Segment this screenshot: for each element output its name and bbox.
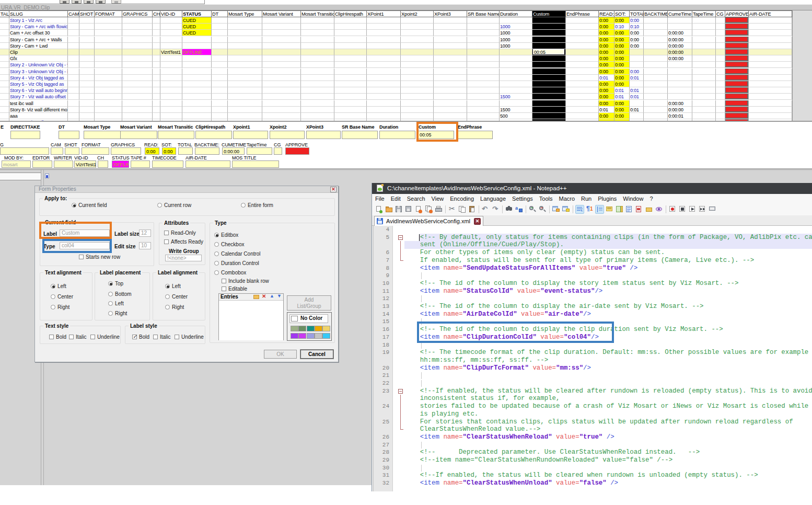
column-header-backtime[interactable]: BACKTIME [644, 10, 668, 17]
copy-icon[interactable] [458, 205, 467, 214]
cell-read[interactable]: 0:00 [599, 17, 614, 24]
cell-cliphires[interactable] [334, 43, 367, 49]
radio-label-align-left[interactable]: Left [165, 283, 181, 289]
entries-move-up-icon[interactable]: ▲ [270, 293, 274, 299]
menu-macro[interactable]: Macro [555, 194, 578, 202]
cell-tal[interactable] [0, 62, 9, 68]
cell-vid[interactable] [160, 87, 182, 94]
cell-read[interactable]: 0:01 [599, 75, 614, 81]
column-header-format[interactable]: FORMAT [95, 10, 122, 17]
cell-xp1[interactable] [367, 43, 401, 49]
cell-cam[interactable] [68, 68, 79, 75]
cell-mtransition[interactable] [301, 113, 334, 119]
cell-read[interactable]: 0:00 [599, 30, 614, 36]
cell-tal[interactable] [0, 107, 9, 113]
radio-text-align-center[interactable]: Center [51, 294, 73, 300]
cell-tot[interactable]: 0:01 [630, 87, 644, 94]
cell-custom[interactable] [532, 68, 566, 75]
cell-xp3[interactable] [434, 100, 467, 107]
cell-endphrase[interactable] [566, 81, 599, 87]
editor-line[interactable]: inconsistent status if, for example, [372, 395, 812, 403]
cell-vid[interactable] [160, 100, 182, 107]
cell-custom[interactable]: 00:05 [532, 49, 566, 55]
cell-sot[interactable]: 0:10 [614, 24, 630, 30]
cell-endphrase[interactable] [566, 107, 599, 113]
cell-mtransition[interactable] [301, 43, 334, 49]
cell-custom[interactable] [532, 37, 566, 43]
cell-vid[interactable] [160, 62, 182, 68]
notepad-editor[interactable]: 45 <!-- By default, only status for item… [372, 226, 812, 491]
form-field-mos-title[interactable] [232, 160, 279, 168]
palette-swatch[interactable] [291, 326, 298, 331]
cell-cume[interactable]: 0:00:00 [668, 49, 692, 55]
cell-tot[interactable] [630, 113, 644, 119]
save-copy-icon[interactable] [404, 205, 413, 214]
form-field-xpoint1[interactable] [233, 131, 268, 139]
cell-approve[interactable] [725, 17, 749, 24]
column-header-read[interactable]: READ: [599, 10, 614, 17]
cell-cume[interactable]: 0:00:01 [668, 113, 692, 119]
cell-graphics[interactable] [122, 75, 153, 81]
form-field-editor[interactable] [32, 160, 52, 168]
column-header-cliphires[interactable]: ClipHirespath [334, 10, 367, 17]
cell-tal[interactable] [0, 17, 9, 24]
cell-dt[interactable] [212, 55, 228, 62]
editor-line[interactable]: 12 [372, 295, 812, 303]
cell-cume[interactable] [668, 17, 692, 24]
cell-cliphires[interactable] [334, 62, 367, 68]
cell-custom[interactable] [532, 17, 566, 24]
cell-read[interactable]: 0:00 [599, 37, 614, 43]
cell-shot[interactable] [79, 37, 95, 43]
entries-list[interactable] [219, 301, 283, 340]
starts-new-row-checkbox[interactable]: Starts new row [79, 254, 120, 260]
cell-dur[interactable] [500, 17, 532, 24]
eye-icon[interactable] [655, 205, 664, 214]
cell-cam[interactable] [68, 113, 79, 119]
cell-mtransition[interactable] [301, 24, 334, 30]
cell-backtime[interactable] [644, 75, 668, 81]
cell-status[interactable] [182, 43, 212, 49]
form-field-cam[interactable] [51, 147, 63, 155]
cell-ch[interactable] [153, 43, 160, 49]
cell-cam[interactable] [68, 100, 79, 107]
cell-cliphires[interactable] [334, 81, 367, 87]
cell-xp1[interactable] [367, 37, 401, 43]
editor-line[interactable]: 27 [372, 441, 812, 449]
doc-tip-icon[interactable] [605, 205, 614, 214]
cell-dur[interactable] [500, 81, 532, 87]
cell-airdate[interactable] [749, 81, 792, 87]
cell-srbase[interactable] [467, 75, 500, 81]
custom-cell-value[interactable]: 00:05 [533, 49, 564, 54]
editor-line[interactable]: 20 <item name="ClipDurTcFormat" value="m… [372, 364, 812, 372]
cell-xp3[interactable] [434, 37, 467, 43]
form-field-status[interactable]: OFFLINE [112, 160, 129, 168]
cell-backtime[interactable] [644, 94, 668, 100]
form-field-mosart-type[interactable] [84, 131, 121, 139]
column-header-airdate[interactable]: AIR-DATE [749, 10, 792, 17]
entries-delete-icon[interactable]: ✕ [262, 293, 266, 299]
include-blank-row-checkbox[interactable]: Include blank row [222, 278, 269, 284]
cell-xp1[interactable] [367, 94, 401, 100]
cell-custom[interactable] [532, 107, 566, 113]
pdf-icon[interactable] [635, 205, 644, 214]
form-field-writer[interactable] [54, 160, 73, 168]
cell-srbase[interactable] [467, 94, 500, 100]
form-field-xpoint3[interactable] [306, 131, 341, 139]
cell-mtransition[interactable] [301, 62, 334, 68]
cell-custom[interactable] [532, 55, 566, 62]
cell-xp3[interactable] [434, 113, 467, 119]
cell-graphics[interactable] [122, 113, 153, 119]
radio-label-bottom[interactable]: Bottom [108, 291, 132, 297]
doc-map-icon[interactable] [615, 205, 624, 214]
replace-icon[interactable]: a [515, 205, 524, 214]
cell-read[interactable]: 0:00 [599, 87, 614, 94]
cell-tal[interactable] [0, 100, 9, 107]
cell-slug[interactable]: Cam + Arc offset 30 [9, 30, 68, 36]
form-field-format[interactable] [82, 147, 109, 155]
cell-backtime[interactable] [644, 100, 668, 107]
cell-graphics[interactable] [122, 30, 153, 36]
cell-approve[interactable] [725, 24, 749, 30]
cell-status[interactable] [182, 68, 212, 75]
editor-line[interactable]: sent (Online/Offline/Cued/Play/Stop). [372, 241, 812, 249]
cell-cg[interactable] [716, 17, 725, 24]
